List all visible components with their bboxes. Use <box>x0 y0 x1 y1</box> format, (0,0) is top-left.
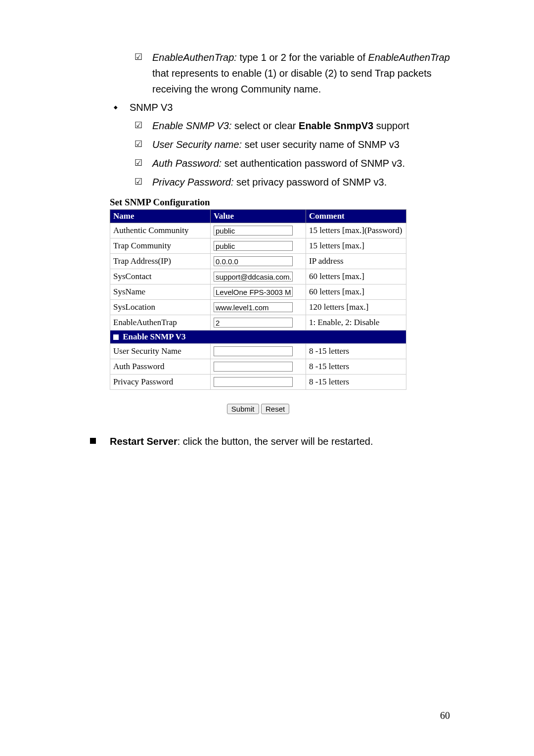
cell-value <box>211 238 306 254</box>
bullet-enable-snmpv3: ☑ Enable SNMP V3: select or clear Enable… <box>110 118 450 134</box>
snmpv3-heading: ◆ SNMP V3 <box>110 100 450 115</box>
bullet-label: Auth Password: <box>152 158 222 169</box>
user-security-name-input[interactable] <box>214 346 293 356</box>
bullet-text: EnableAuthenTrap: type 1 or 2 for the va… <box>152 49 450 97</box>
table-row: Trap Community 15 letters [max.] <box>110 238 406 254</box>
cell-comment: 15 letters [max.] <box>306 238 406 254</box>
table-header-row: Name Value Comment <box>110 210 406 223</box>
bullet-text: Privacy Password: set privacy password o… <box>152 174 450 190</box>
table-row: Trap Address(IP) IP address <box>110 254 406 269</box>
restart-text: Restart Server: click the button, the se… <box>110 434 373 449</box>
cell-comment: 120 letters [max.] <box>306 300 406 315</box>
submit-button[interactable]: Submit <box>227 404 259 414</box>
table-row: Auth Password 8 -15 letters <box>110 359 406 375</box>
col-value: Value <box>211 210 306 223</box>
bullet-label: User Security name: <box>152 139 242 150</box>
bullet-auth-password: ☑ Auth Password: set authentication pass… <box>110 155 450 171</box>
cell-value <box>211 269 306 284</box>
bullet-label: EnableAuthenTrap: <box>152 52 237 63</box>
authentic-community-input[interactable] <box>214 226 293 236</box>
syscontact-input[interactable] <box>214 272 293 282</box>
cell-value <box>211 315 306 331</box>
enable-snmpv3-cell: Enable SNMP V3 <box>110 331 406 344</box>
cell-comment: 8 -15 letters <box>306 359 406 375</box>
col-name: Name <box>110 210 211 223</box>
page-number: 60 <box>440 710 450 721</box>
auth-password-input[interactable] <box>214 362 293 372</box>
cell-comment: 15 letters [max.](Password) <box>306 223 406 238</box>
table-row: SysName 60 letters [max.] <box>110 284 406 300</box>
section-title: Set SNMP Configuration <box>110 197 450 208</box>
cell-name: SysLocation <box>110 300 211 315</box>
cell-comment: IP address <box>306 254 406 269</box>
cell-value <box>211 223 306 238</box>
privacy-password-input[interactable] <box>214 377 293 387</box>
cell-value <box>211 300 306 315</box>
cell-name: Auth Password <box>110 359 211 375</box>
cell-name: Privacy Password <box>110 375 211 390</box>
enableauthentrap-input[interactable] <box>214 318 293 328</box>
trap-community-input[interactable] <box>214 241 293 251</box>
bullet-text: Auth Password: set authentication passwo… <box>152 155 450 171</box>
table-row: Authentic Community 15 letters [max.](Pa… <box>110 223 406 238</box>
cell-value <box>211 254 306 269</box>
cell-comment: 60 letters [max.] <box>306 284 406 300</box>
snmp-config-table: Name Value Comment Authentic Community 1… <box>110 209 406 390</box>
button-row: Submit Reset <box>110 404 406 414</box>
square-bullet-icon <box>90 438 96 444</box>
cell-value <box>211 344 306 359</box>
em-term: EnableAuthenTrap <box>368 52 450 63</box>
document-page: ☑ EnableAuthenTrap: type 1 or 2 for the … <box>0 0 534 756</box>
checkbox-icon: ☑ <box>134 174 143 189</box>
snmpv3-heading-text: SNMP V3 <box>130 100 173 115</box>
cell-name: SysContact <box>110 269 211 284</box>
table-row: User Security Name 8 -15 letters <box>110 344 406 359</box>
bold-term: Enable SnmpV3 <box>299 120 373 131</box>
bullet-label: Enable SNMP V3: <box>152 120 231 131</box>
bullet-user-security: ☑ User Security name: set user security … <box>110 137 450 152</box>
table-row: Privacy Password 8 -15 letters <box>110 375 406 390</box>
enable-snmpv3-checkbox[interactable] <box>113 334 119 340</box>
bullet-text: User Security name: set user security na… <box>152 137 450 152</box>
bullet-privacy-password: ☑ Privacy Password: set privacy password… <box>110 174 450 190</box>
diamond-icon: ◆ <box>114 100 119 115</box>
cell-comment: 8 -15 letters <box>306 375 406 390</box>
table-row: SysLocation 120 letters [max.] <box>110 300 406 315</box>
cell-name: EnableAuthenTrap <box>110 315 211 331</box>
cell-name: SysName <box>110 284 211 300</box>
cell-value <box>211 359 306 375</box>
sysname-input[interactable] <box>214 287 293 297</box>
enable-snmpv3-row: Enable SNMP V3 <box>110 331 406 344</box>
trap-address-input[interactable] <box>214 256 293 266</box>
reset-button[interactable]: Reset <box>261 404 289 414</box>
cell-comment: 60 letters [max.] <box>306 269 406 284</box>
table-row: EnableAuthenTrap 1: Enable, 2: Disable <box>110 315 406 331</box>
cell-value <box>211 284 306 300</box>
checkbox-icon: ☑ <box>134 49 143 64</box>
restart-server-bullet: Restart Server: click the button, the se… <box>110 434 450 449</box>
checkbox-icon: ☑ <box>134 118 143 133</box>
table-row: SysContact 60 letters [max.] <box>110 269 406 284</box>
bullet-enable-authen-trap: ☑ EnableAuthenTrap: type 1 or 2 for the … <box>110 49 450 97</box>
cell-name: Trap Address(IP) <box>110 254 211 269</box>
enable-snmpv3-label: Enable SNMP V3 <box>123 332 185 341</box>
checkbox-icon: ☑ <box>134 155 143 170</box>
restart-label: Restart Server <box>110 436 178 447</box>
bullet-label: Privacy Password: <box>152 177 234 188</box>
cell-name: Authentic Community <box>110 223 211 238</box>
cell-comment: 8 -15 letters <box>306 344 406 359</box>
cell-comment: 1: Enable, 2: Disable <box>306 315 406 331</box>
cell-name: User Security Name <box>110 344 211 359</box>
checkbox-icon: ☑ <box>134 137 143 151</box>
syslocation-input[interactable] <box>214 302 293 312</box>
cell-name: Trap Community <box>110 238 211 254</box>
col-comment: Comment <box>306 210 406 223</box>
cell-value <box>211 375 306 390</box>
bullet-text: Enable SNMP V3: select or clear Enable S… <box>152 118 450 134</box>
